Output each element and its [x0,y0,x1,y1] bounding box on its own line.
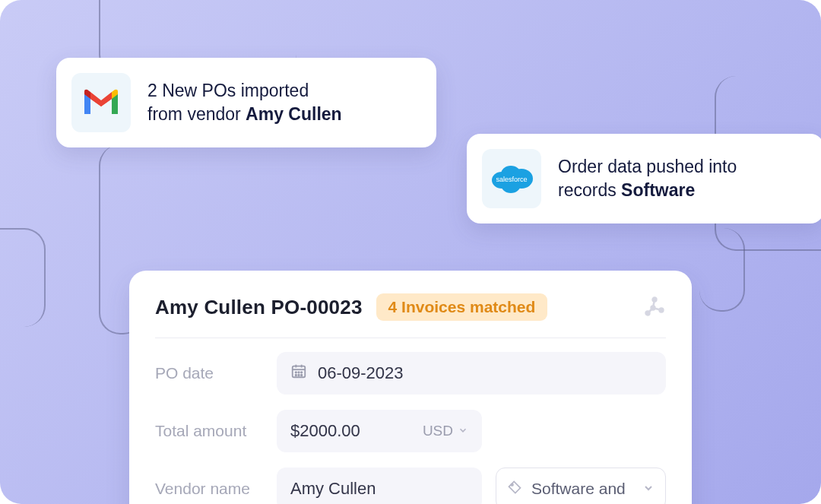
chevron-down-icon [458,423,468,439]
field-label: Vendor name [155,480,277,498]
notification-line2-prefix: from vendor [147,104,246,124]
po-title: Amy Cullen PO-00023 [155,296,363,319]
notification-line1: Order data pushed into [558,157,737,176]
notification-salesforce: salesforce Order data pushed into record… [467,134,821,223]
notification-line2-bold: Software [621,180,695,200]
calendar-icon [290,363,307,384]
svg-point-19 [298,375,299,376]
svg-point-16 [298,372,299,372]
connector-line [699,228,745,312]
po-date-value: 06-09-2023 [318,363,404,383]
field-vendor-name: Vendor name Amy Cullen Software and [155,468,666,504]
notification-line2-prefix: records [558,180,621,200]
tag-icon [507,480,522,499]
po-date-input[interactable]: 06-09-2023 [277,352,666,395]
connector-line [0,228,46,327]
currency-value: USD [423,423,453,439]
svg-point-15 [296,372,296,372]
field-label: Total amount [155,422,277,440]
salesforce-icon: salesforce [482,149,541,208]
total-amount-input[interactable]: $2000.00 USD [277,410,482,452]
svg-point-18 [296,375,296,376]
notification-line1: 2 New POs imported [147,81,309,100]
category-value: Software and [531,480,626,498]
vendor-name-input[interactable]: Amy Cullen [277,468,482,504]
notification-text: Order data pushed into records Software [558,155,737,202]
illustration-stage: 2 New POs imported from vendor Amy Culle… [0,0,821,504]
currency-select[interactable]: USD [423,423,468,439]
notification-gmail: 2 New POs imported from vendor Amy Culle… [56,58,436,147]
field-po-date: PO date 06-09-2023 [155,352,666,395]
svg-point-17 [301,372,302,372]
po-detail-card: Amy Cullen PO-00023 4 Invoices matched P… [129,271,692,504]
svg-point-20 [301,375,302,376]
chevron-down-icon [642,480,655,498]
notification-text: 2 New POs imported from vendor Amy Culle… [147,79,342,126]
divider [155,338,666,338]
gmail-icon [71,73,131,132]
invoices-matched-badge: 4 Invoices matched [376,293,548,321]
svg-point-21 [511,483,513,486]
notification-line2-bold: Amy Cullen [246,104,342,124]
svg-text:salesforce: salesforce [496,176,527,183]
vendor-name-value: Amy Cullen [290,479,376,499]
nanonets-icon [643,295,666,321]
field-total-amount: Total amount $2000.00 USD [155,410,666,452]
category-select[interactable]: Software and [496,468,666,504]
field-label: PO date [155,364,277,382]
total-amount-value: $2000.00 [290,421,360,441]
